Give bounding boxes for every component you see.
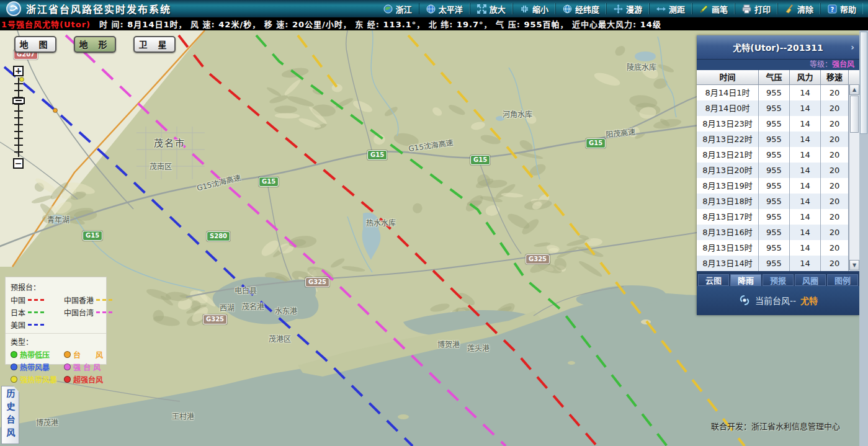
legend-forecast-item: 美国	[11, 319, 64, 330]
zoom-out-icon	[520, 4, 529, 14]
table-row[interactable]: 8月13日20时9551420	[697, 163, 859, 178]
toolbar-item-放大[interactable]: 放大	[470, 3, 512, 14]
table-row[interactable]: 8月13日23时9551420	[697, 116, 859, 132]
scroll-thumb[interactable]	[850, 96, 859, 133]
toolbar-item-帮助[interactable]: ?帮助	[820, 3, 863, 14]
toolbar-item-漫游[interactable]: 漫游	[606, 3, 649, 14]
info-separator: ，	[179, 20, 191, 29]
pan-icon	[614, 4, 623, 14]
panel-tabs: 云图降雨预报风圈图例	[697, 271, 859, 286]
table-cell: 20	[821, 240, 849, 256]
toolbar-item-画笔[interactable]: 画笔	[692, 3, 735, 14]
table-row[interactable]: 8月13日21时9551420	[697, 147, 859, 163]
toolbar-item-浙江[interactable]: 浙江	[377, 3, 419, 14]
tab-图例[interactable]: 图例	[827, 274, 858, 286]
map-area[interactable]: 茂名市茂南区青年湖G15沈海高速G15沈海高速阳茂高速热水水库河角水库陵底水库电…	[0, 30, 868, 446]
table-scrollbar[interactable]: ▲ ▼	[849, 84, 859, 270]
table-row[interactable]: 8月13日17时9551420	[697, 209, 859, 225]
column-header: 气压	[759, 70, 790, 84]
table-row[interactable]: 8月13日18时9551420	[697, 194, 859, 209]
legend-forecast-item: 中国台湾	[64, 307, 112, 318]
info-separator: ，	[252, 20, 264, 29]
zoom-out-button[interactable]: −	[13, 158, 24, 169]
history-typhoon-tab[interactable]: 历史台风	[1, 386, 19, 444]
info-separator: :	[285, 20, 292, 29]
info-field-label: 时 间	[99, 20, 120, 29]
column-header: 时间	[697, 70, 759, 84]
toolbar-item-缩小[interactable]: 缩小	[512, 3, 555, 14]
track-table: 时间气压风力移速 8月14日1时95514208月14日0时95514208月1…	[697, 70, 859, 271]
current-typhoon-name[interactable]: 尤特	[800, 294, 818, 306]
table-row[interactable]: 8月13日15时9551420	[697, 240, 859, 256]
table-cell: 14	[790, 132, 821, 147]
info-field-label: 移 速	[264, 20, 285, 29]
panel-title-bar[interactable]: 尤特(Utor)--201311 ›	[697, 35, 859, 60]
tab-预报[interactable]: 预报	[763, 274, 794, 286]
table-row[interactable]: 8月13日16时9551420	[697, 225, 859, 240]
table-cell: 20	[821, 209, 849, 225]
level-value[interactable]: 强台风	[832, 60, 854, 69]
page-scrollbar[interactable]	[859, 30, 868, 446]
intensity-dot-icon	[64, 351, 71, 358]
chevron-right-icon[interactable]: ›	[851, 42, 854, 52]
table-row[interactable]: 8月14日0时9551420	[697, 100, 859, 116]
storm-name: 1号强台风尤特(Utor)	[1, 18, 91, 30]
current-typhoon-label: 当前台风--	[755, 294, 796, 306]
scroll-up-button[interactable]: ▲	[849, 84, 859, 95]
info-separator: :	[517, 20, 524, 29]
table-cell: 955	[759, 209, 790, 225]
legend-type-name: 台 风	[73, 349, 103, 360]
info-field-value: 14级	[640, 20, 661, 29]
toolbar-item-太平洋[interactable]: 太平洋	[419, 3, 470, 14]
zoom-in-button[interactable]: +	[13, 66, 24, 76]
legend-dash-sample	[28, 324, 44, 326]
zoom-slider[interactable]	[14, 78, 23, 157]
legend-divider	[6, 333, 106, 334]
table-row[interactable]: 8月14日1时9551420	[697, 85, 859, 100]
app-header: 浙江省台风路径实时发布系统 浙江太平洋放大缩小经纬度漫游测距画笔打印清除?帮助	[0, 0, 868, 17]
tab-降雨[interactable]: 降雨	[730, 274, 761, 286]
info-separator: :	[120, 20, 128, 29]
table-cell: 14	[790, 256, 821, 271]
toolbar-item-测距[interactable]: 测距	[649, 3, 692, 14]
pencil-icon	[699, 4, 709, 14]
forecast-point[interactable]	[53, 109, 58, 113]
scroll-down-button[interactable]: ▼	[849, 260, 859, 270]
table-row[interactable]: 8月13日22时9551420	[697, 132, 859, 147]
basemap-button-0[interactable]: 地 图	[14, 36, 56, 53]
table-cell: 8月13日15时	[697, 240, 759, 256]
table-cell: 8月13日17时	[697, 209, 759, 225]
toolbar-item-经纬度[interactable]: 经纬度	[555, 3, 606, 14]
table-cell: 14	[790, 116, 821, 132]
table-cell: 955	[759, 116, 790, 132]
intensity-dot-icon	[64, 363, 71, 370]
info-field-value: 955百帕	[524, 20, 560, 29]
toolbar: 浙江太平洋放大缩小经纬度漫游测距画笔打印清除?帮助	[377, 0, 868, 17]
legend-dash-sample	[96, 299, 112, 301]
current-typhoon-bar: 当前台风--尤特	[697, 286, 859, 314]
table-row[interactable]: 8月13日19时9551420	[697, 178, 859, 194]
table-cell: 14	[790, 225, 821, 240]
legend-agency-name: 中国台湾	[64, 307, 94, 318]
level-band: 等级：强台风	[697, 60, 859, 70]
legend-agency-name: 中国	[11, 295, 25, 305]
table-cell: 8月14日1时	[697, 85, 759, 100]
info-field-value: 20公里/小时	[292, 20, 343, 29]
basemap-switcher: 地 图地 形卫 星	[14, 36, 176, 53]
toolbar-label: 清除	[797, 3, 813, 15]
table-row[interactable]: 8月13日14时9551420	[697, 256, 859, 271]
table-cell: 14	[790, 147, 821, 163]
legend-type-name: 热带风暴	[20, 362, 50, 372]
globe-green-icon	[383, 4, 393, 14]
legend-type-item: 热带低压	[11, 349, 64, 360]
basemap-button-1[interactable]: 地 形	[74, 36, 116, 53]
toolbar-item-打印[interactable]: 打印	[735, 3, 777, 14]
zoom-slider-handle[interactable]	[12, 97, 25, 104]
basemap-button-2[interactable]: 卫 星	[133, 36, 176, 53]
tab-云图[interactable]: 云图	[698, 274, 729, 286]
page-scroll-thumb[interactable]	[860, 32, 867, 134]
table-cell: 955	[759, 240, 790, 256]
info-field-value: 8月14日1时	[127, 20, 178, 29]
toolbar-item-清除[interactable]: 清除	[777, 3, 820, 14]
tab-风圈[interactable]: 风圈	[795, 274, 826, 286]
